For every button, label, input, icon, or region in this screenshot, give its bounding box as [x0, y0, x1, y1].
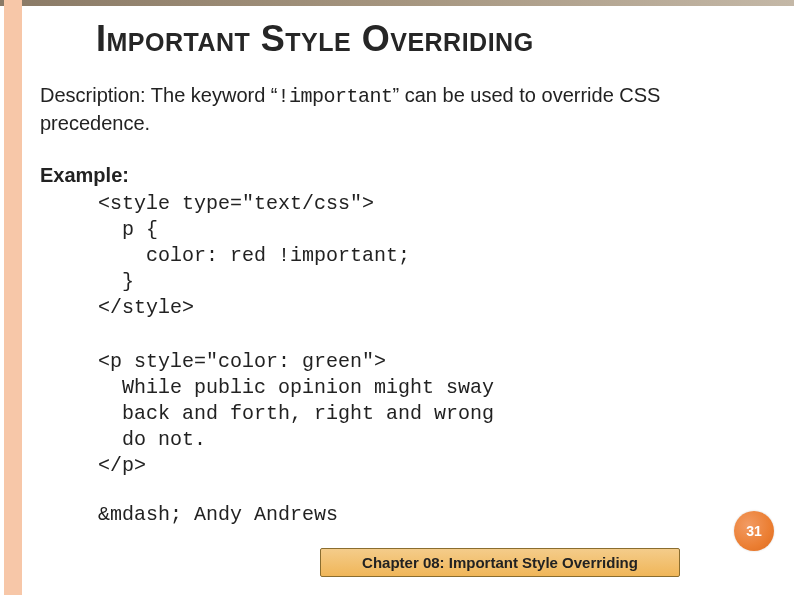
- code-block-1: <style type="text/css"> p { color: red !…: [98, 191, 770, 321]
- description-keyword: !important: [278, 85, 393, 108]
- page-number-badge: 31: [734, 511, 774, 551]
- code-block-2: <p style="color: green"> While public op…: [98, 349, 770, 479]
- left-accent-stripe: [4, 0, 22, 595]
- chapter-footer: Chapter 08: Important Style Overriding: [320, 548, 680, 577]
- description-text: Description: The keyword “!important” ca…: [40, 82, 770, 136]
- description-prefix: Description: The keyword “: [40, 84, 278, 106]
- top-border-bar: [0, 0, 794, 6]
- example-label: Example:: [40, 164, 770, 187]
- slide-title: Important Style Overriding: [96, 18, 770, 60]
- page-number: 31: [746, 523, 762, 539]
- author-line: &mdash; Andy Andrews: [98, 503, 770, 526]
- slide-content: Important Style Overriding Description: …: [40, 18, 770, 526]
